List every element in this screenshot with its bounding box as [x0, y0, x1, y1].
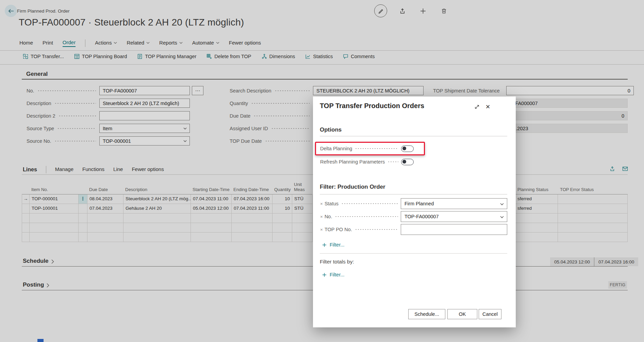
dimensions-button[interactable]: Dimensions [262, 54, 295, 59]
cell-ending[interactable]: 07.04.2023 11:00 [232, 204, 273, 213]
options-underline [320, 136, 507, 136]
cell-uom[interactable]: STÜ [292, 194, 313, 204]
cell-top-error-status[interactable] [558, 204, 628, 213]
comments-button[interactable]: Comments [343, 54, 375, 59]
top-planning-board-button[interactable]: TOP Planning Board [74, 54, 127, 59]
page-title: TOP-FA000007 · Steuerblock 2 AH 20 (LTZ … [19, 17, 244, 28]
edit-button[interactable] [374, 4, 387, 17]
cell-due-date[interactable]: 08.04.2023 [87, 194, 123, 204]
totals-divider [320, 253, 507, 254]
statistics-chart-icon [305, 54, 311, 59]
cell-quantity[interactable]: 10 [273, 194, 292, 204]
field-row-no: No. TOP-FA000007 [27, 86, 190, 95]
statistics-button[interactable]: Statistics [305, 54, 333, 59]
cell-top-error-status[interactable] [558, 194, 628, 204]
description-field[interactable]: Steuerblock 2 AH 20 (LTZ möglich) [99, 99, 190, 108]
lines-fewer-options-button[interactable]: Fewer options [132, 166, 164, 173]
top-shipment-tolerance-field[interactable]: 0 [506, 86, 634, 95]
col-description[interactable]: Description [123, 187, 191, 194]
cell-due-date[interactable]: 07.04.2023 [87, 204, 123, 213]
section-posting[interactable]: Posting [23, 281, 49, 288]
toolbar-underline [0, 64, 644, 65]
col-ending[interactable]: Ending Date-Time [231, 187, 272, 194]
cell-starting[interactable]: 05.04.2023 12:00 [191, 204, 232, 213]
search-description-field[interactable]: STEUERBLOCK 2 AH 20 (LTZ MÖGLICH) [313, 86, 424, 95]
refresh-planning-parameters-toggle[interactable] [401, 159, 414, 165]
filter-row-top-po-no: × TOP PO No. [320, 224, 507, 235]
lines-tab-manage[interactable]: Manage [55, 166, 73, 173]
delta-planning-toggle[interactable] [401, 146, 414, 152]
cell-starting[interactable]: 07.04.2023 11:00 [191, 194, 232, 204]
tab-home[interactable]: Home [19, 40, 33, 47]
top-prod-order-no-field: TOP-FA000007 [500, 99, 628, 108]
mail-icon[interactable] [622, 166, 628, 172]
no-field[interactable]: TOP-FA000007 [99, 86, 190, 95]
close-dialog-button[interactable]: ✕ [484, 103, 491, 110]
chevron-down-icon [183, 140, 187, 142]
top-po-no-filter-input[interactable] [401, 224, 507, 235]
add-totals-filter-button[interactable]: Filter... [322, 272, 345, 277]
top-planning-manager-button[interactable]: TOP Planning Manager [137, 54, 196, 59]
share-icon[interactable] [609, 166, 615, 172]
new-button[interactable] [416, 4, 429, 17]
col-item-no[interactable]: Item No. [29, 187, 78, 194]
cell-uom[interactable]: STÜ [292, 204, 313, 213]
tab-reports[interactable]: Reports [159, 40, 183, 47]
tab-actions[interactable]: Actions [95, 40, 117, 47]
row-menu-button[interactable]: ⋮ [79, 194, 87, 204]
ok-button[interactable]: OK [447, 309, 477, 319]
no-filter-select[interactable]: TOP-FA000007 [401, 211, 507, 222]
col-planning-status[interactable]: Planning Status [510, 187, 558, 194]
chevron-down-icon [179, 42, 183, 44]
expand-dialog-button[interactable] [474, 103, 480, 110]
cell-quantity[interactable]: 10 [273, 204, 292, 213]
chevron-down-icon [216, 42, 219, 44]
description2-field[interactable] [99, 111, 190, 120]
col-top-error-status[interactable]: TOP Error Status [558, 187, 628, 194]
source-type-select[interactable]: Item [99, 124, 190, 133]
no-assist-button[interactable]: ⋯ [192, 86, 203, 95]
tab-related[interactable]: Related [127, 40, 150, 47]
add-filter-button[interactable]: Filter... [322, 242, 345, 247]
col-due-date[interactable]: Due Date [87, 187, 123, 194]
cell-ending[interactable]: 07.04.2023 16:00 [232, 194, 273, 204]
remove-filter-icon[interactable]: × [320, 214, 323, 219]
top-transfer-button[interactable]: TOP Transfer... [23, 54, 64, 59]
lines-tab-line[interactable]: Line [113, 166, 123, 173]
lines-table-header-right: Planning Status TOP Error Status [510, 175, 628, 194]
col-unit-measure[interactable]: UnitMeas [292, 182, 312, 194]
status-filter-select[interactable]: Firm Planned [401, 198, 507, 209]
col-quantity[interactable]: Quantity [272, 187, 292, 194]
section-schedule[interactable]: Schedule [23, 258, 54, 264]
breadcrumb[interactable]: Firm Planned Prod. Order [17, 8, 70, 14]
comment-bubble-icon [343, 54, 348, 59]
page-actions [374, 4, 450, 18]
field-row-source-no: Source No. TOP-000001 [27, 136, 190, 146]
tab-automate[interactable]: Automate [192, 40, 219, 47]
tab-order[interactable]: Order [63, 39, 76, 47]
lines-table-body: → TOP-000001 ⋮ 08.04.2023 Steuerblock 2 … [22, 194, 312, 242]
cancel-button[interactable]: Cancel [479, 309, 501, 319]
cell-planning-status[interactable]: sferred [510, 204, 558, 213]
remove-filter-icon[interactable]: × [320, 227, 323, 232]
section-general[interactable]: General [26, 71, 48, 78]
cell-item-no[interactable]: TOP-100001 [30, 204, 79, 213]
share-button[interactable] [395, 4, 408, 17]
delete-button[interactable] [437, 4, 450, 17]
col-starting[interactable]: Starting Date-Time [191, 187, 231, 194]
close-icon: ✕ [485, 103, 490, 110]
lines-tab-functions[interactable]: Functions [82, 166, 104, 173]
cell-description[interactable]: Steuerblock 2 AH 20 (LTZ mög... [123, 194, 191, 204]
remove-filter-icon[interactable]: × [320, 201, 323, 206]
fewer-options-button[interactable]: Fewer options [229, 40, 261, 47]
delete-from-top-button[interactable]: Delete from TOP [207, 54, 251, 59]
schedule-button[interactable]: Schedule... [408, 309, 445, 319]
lines-table-header: Item No. Due Date Description Starting D… [22, 175, 312, 194]
cell-description[interactable]: Gehäuse 2 AH 20 [123, 204, 191, 213]
back-button[interactable] [5, 5, 17, 17]
source-no-select[interactable]: TOP-000001 [99, 136, 190, 146]
chevron-down-icon [114, 42, 117, 44]
cell-item-no[interactable]: TOP-000001 [30, 194, 79, 204]
cell-planning-status[interactable]: sferred [510, 194, 558, 204]
tab-print[interactable]: Print [43, 40, 53, 47]
